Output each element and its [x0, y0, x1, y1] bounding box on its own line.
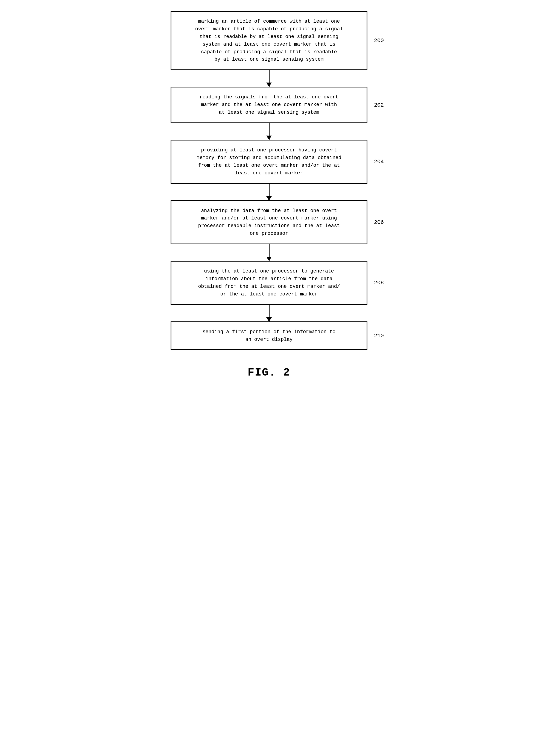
box-204-text: providing at least one processor having … [196, 147, 341, 176]
flow-row-210: sending a first portion of the informati… [146, 322, 392, 350]
box-206: analyzing the data from the at least one… [171, 200, 367, 245]
box-210: sending a first portion of the informati… [171, 322, 367, 350]
label-202: 202 [374, 102, 384, 108]
box-200: marking an article of commerce with at l… [171, 11, 367, 70]
label-200: 200 [374, 37, 384, 44]
label-210: 210 [374, 332, 384, 339]
arrow-2 [269, 123, 270, 140]
label-208: 208 [374, 279, 384, 286]
box-210-text: sending a first portion of the informati… [202, 329, 336, 342]
figure-label: FIG. 2 [248, 367, 290, 379]
box-208: using the at least one processor to gene… [171, 261, 367, 305]
box-204: providing at least one processor having … [171, 140, 367, 184]
box-202-text: reading the signals from the at least on… [199, 94, 339, 115]
flow-row-206: analyzing the data from the at least one… [146, 200, 392, 245]
label-204: 204 [374, 159, 384, 165]
flow-row-204: providing at least one processor having … [146, 140, 392, 184]
box-200-text: marking an article of commerce with at l… [195, 19, 343, 62]
box-202: reading the signals from the at least on… [171, 87, 367, 123]
arrow-4 [269, 244, 270, 261]
diagram-container: marking an article of commerce with at l… [146, 11, 392, 379]
label-206: 206 [374, 219, 384, 226]
flow-row-202: reading the signals from the at least on… [146, 87, 392, 123]
flow-row-200: marking an article of commerce with at l… [146, 11, 392, 70]
arrow-5 [269, 305, 270, 322]
flow-row-208: using the at least one processor to gene… [146, 261, 392, 305]
arrow-1 [269, 70, 270, 87]
box-208-text: using the at least one processor to gene… [198, 269, 340, 297]
arrow-3 [269, 184, 270, 200]
box-206-text: analyzing the data from the at least one… [198, 208, 340, 236]
